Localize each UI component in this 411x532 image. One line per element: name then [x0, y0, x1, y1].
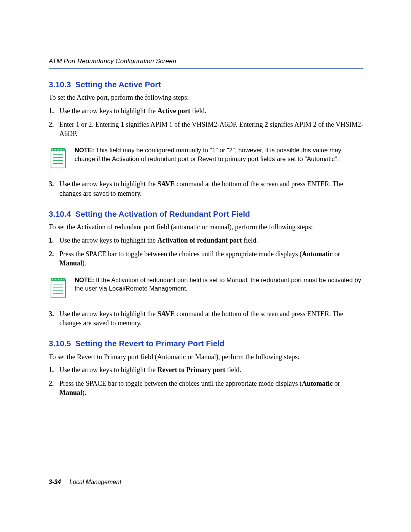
step-item: 1. Use the arrow keys to highlight the A…	[49, 236, 363, 245]
step-item: 2. Press the SPACE bar to toggle between…	[49, 249, 363, 268]
step-number: 3.	[49, 309, 59, 318]
section-heading-3-10-4: 3.10.4 Setting the Activation of Redunda…	[49, 209, 363, 219]
section-number: 3.10.4	[49, 209, 71, 218]
step-text: Press the SPACE bar to toggle between th…	[59, 379, 363, 398]
section-intro: To set the Activation of redundant port …	[49, 222, 363, 232]
section-number: 3.10.5	[49, 339, 71, 348]
note-text: NOTE: If the Activation of redundant por…	[75, 276, 363, 293]
note-block: NOTE: If the Activation of redundant por…	[49, 276, 363, 299]
ordered-steps: 1. Use the arrow keys to highlight the R…	[49, 365, 363, 398]
ordered-steps: 3. Use the arrow keys to highlight the S…	[49, 309, 363, 328]
page-number: 3-34	[49, 479, 61, 485]
note-body: This field may be configured manually to…	[75, 147, 341, 162]
section-title: Setting the Revert to Primary Port Field	[75, 339, 225, 348]
svg-rect-0	[51, 150, 65, 168]
step-text: Use the arrow keys to highlight the Reve…	[59, 365, 363, 374]
chapter-name: Local Management	[69, 479, 121, 485]
note-text: NOTE: This field may be configured manua…	[75, 146, 363, 163]
section-title: Setting the Activation of Redundant Port…	[75, 209, 250, 218]
step-text: Use the arrow keys to highlight the Acti…	[59, 106, 363, 115]
header-rule	[49, 68, 363, 69]
step-number: 1.	[49, 106, 59, 115]
step-text: Use the arrow keys to highlight the SAVE…	[59, 309, 363, 328]
section-heading-3-10-3: 3.10.3 Setting the Active Port	[49, 79, 363, 90]
running-header: ATM Port Redundancy Configuration Screen	[49, 57, 363, 66]
note-label: NOTE:	[75, 276, 94, 283]
ordered-steps: 1. Use the arrow keys to highlight the A…	[49, 236, 363, 268]
step-number: 2.	[49, 379, 59, 388]
svg-rect-14	[51, 280, 65, 298]
section-intro: To set the Revert to Primary port field …	[49, 352, 363, 361]
notepad-icon	[49, 276, 68, 299]
step-item: 3. Use the arrow keys to highlight the S…	[49, 309, 363, 328]
step-item: 2. Enter 1 or 2. Entering 1 signifies AP…	[49, 120, 363, 139]
section-intro: To set the Active port, perform the foll…	[49, 93, 363, 102]
step-number: 2.	[49, 120, 59, 129]
note-body: If the Activation of redundant port fiel…	[75, 276, 361, 292]
note-block: NOTE: This field may be configured manua…	[49, 146, 363, 169]
step-item: 1. Use the arrow keys to highlight the R…	[49, 365, 363, 374]
step-number: 1.	[49, 365, 59, 374]
step-item: 3. Use the arrow keys to highlight the S…	[49, 179, 363, 198]
note-label: NOTE:	[75, 147, 94, 153]
section-number: 3.10.3	[49, 80, 71, 89]
step-item: 2. Press the SPACE bar to toggle between…	[49, 379, 363, 398]
ordered-steps: 3. Use the arrow keys to highlight the S…	[49, 179, 363, 198]
step-number: 1.	[49, 236, 59, 245]
step-text: Press the SPACE bar to toggle between th…	[59, 249, 363, 268]
ordered-steps: 1. Use the arrow keys to highlight the A…	[49, 106, 363, 139]
notepad-icon	[49, 146, 68, 169]
step-number: 3.	[49, 179, 59, 189]
section-heading-3-10-5: 3.10.5 Setting the Revert to Primary Por…	[49, 338, 363, 349]
step-item: 1. Use the arrow keys to highlight the A…	[49, 106, 363, 115]
step-text: Enter 1 or 2. Entering 1 signifies APIM …	[59, 120, 363, 139]
step-text: Use the arrow keys to highlight the SAVE…	[59, 179, 363, 198]
step-text: Use the arrow keys to highlight the Acti…	[59, 236, 363, 245]
section-title: Setting the Active Port	[75, 80, 161, 89]
step-number: 2.	[49, 249, 59, 259]
page-footer: 3-34 Local Management	[49, 478, 121, 486]
